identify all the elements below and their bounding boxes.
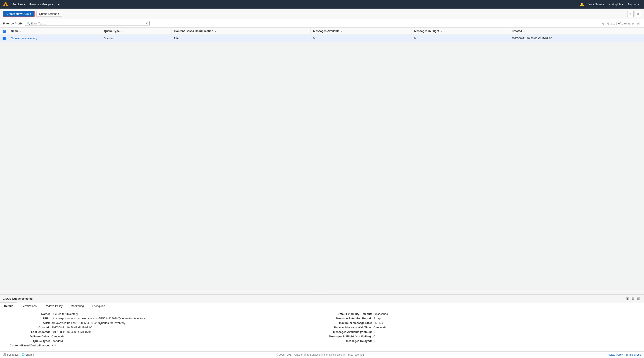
region-caret-icon: ▾: [622, 3, 623, 5]
col-created-label: Created: [512, 29, 522, 33]
detail-val: 0: [374, 330, 375, 334]
row-messages-available: 0: [310, 35, 412, 42]
privacy-policy-link[interactable]: Privacy Policy: [607, 353, 623, 356]
detail-row: Maximum Message Size: 256 KB: [326, 321, 640, 325]
detail-row: Queue Type: Standard: [4, 339, 318, 343]
main-content: Create New Queue Queue Actions ▾ ↺ ⚙ Fil…: [0, 8, 644, 351]
row-name: Queues-for-Inventory: [8, 35, 101, 42]
detail-key: Created:: [4, 326, 52, 329]
aws-logo: [2, 1, 8, 7]
detail-key: Receive Message Wait Time:: [326, 326, 374, 329]
language-selector[interactable]: 🌐 English: [22, 353, 34, 356]
username-caret-icon: ▾: [603, 3, 604, 5]
terms-of-use-link[interactable]: Terms of Use: [626, 353, 641, 356]
nav-resource-groups[interactable]: Resource Groups ▾: [27, 0, 56, 8]
tab-monitoring[interactable]: Monitoring: [67, 303, 88, 309]
detail-left: Name: Queues-for-Inventory URL: https://…: [4, 312, 318, 348]
detail-key: Last Updated:: [4, 330, 52, 334]
row-messages-flight: 0: [412, 35, 509, 42]
detail-val: 0: [374, 335, 375, 338]
globe-icon: 🌐: [22, 353, 25, 356]
detail-key: Message Retention Period:: [326, 317, 374, 320]
detail-val: 0 seconds: [374, 326, 386, 329]
col-header-created[interactable]: Created ▾: [509, 28, 644, 35]
settings-button[interactable]: ⚙: [634, 11, 641, 17]
detail-row: Name: Queues-for-Inventory: [4, 312, 318, 316]
name-sort-icon: ▾: [20, 30, 21, 32]
detail-right: Default Visibility Timeout: 30 seconds M…: [326, 312, 640, 348]
col-header-messages-available[interactable]: Messages Available ▾: [310, 28, 412, 35]
detail-val: 0 seconds: [52, 335, 64, 338]
row-content-dedup: N/A: [172, 35, 310, 42]
filter-label: Filter by Prefix:: [3, 22, 24, 25]
footer-right: Privacy Policy Terms of Use: [607, 353, 641, 356]
refresh-button[interactable]: ↺: [627, 11, 634, 17]
detail-row: Message Retention Period: 4 days: [326, 317, 640, 320]
search-input[interactable]: [31, 22, 145, 25]
col-queue-type-label: Queue Type: [104, 29, 120, 33]
detail-content: Name: Queues-for-Inventory URL: https://…: [0, 309, 644, 351]
detail-row: Default Visibility Timeout: 30 seconds: [326, 312, 640, 316]
detail-key: Maximum Message Size:: [326, 321, 374, 325]
feedback-button[interactable]: 💬 Feedback: [3, 353, 18, 356]
refresh-icon: ↺: [629, 12, 632, 16]
services-caret-icon: ▾: [24, 3, 25, 5]
queue-actions-button[interactable]: Queue Actions ▾: [36, 11, 62, 17]
bottom-panel: 1 SQS Queue selected ▣ ▤ ▥ DetailsPermis…: [0, 295, 644, 351]
table-wrapper: ✓ Name ▾ Queue Type ▾ Content-Based Dedu…: [0, 28, 644, 290]
nav-bookmark[interactable]: ★: [56, 0, 62, 8]
col-messages-available-label: Messages Available: [313, 29, 340, 33]
next-page-button[interactable]: ▶: [631, 21, 635, 25]
gear-icon: ⚙: [636, 12, 639, 16]
messages-available-sort-icon: ▾: [341, 30, 342, 32]
nav-services[interactable]: Services ▾: [10, 0, 27, 8]
col-header-queue-type[interactable]: Queue Type ▾: [101, 28, 172, 35]
first-page-button[interactable]: |◀: [600, 21, 605, 25]
detail-key: Messages Available (Visible):: [326, 330, 374, 334]
row-checkbox[interactable]: ✓: [2, 37, 6, 40]
table-header-row: ✓ Name ▾ Queue Type ▾ Content-Based Dedu…: [0, 28, 644, 35]
detail-val: 30 seconds: [374, 312, 388, 316]
tab-encryption[interactable]: Encryption: [88, 303, 109, 309]
toolbar: Create New Queue Queue Actions ▾ ↺ ⚙: [0, 8, 644, 19]
queue-name-link[interactable]: Queues-for-Inventory: [11, 37, 37, 40]
nav-region-button[interactable]: N. Virginia ▾: [606, 0, 626, 8]
nav-support-button[interactable]: Support ▾: [625, 0, 642, 8]
feedback-icon: 💬: [3, 353, 6, 356]
col-header-messages-in-flight[interactable]: Messages in Flight ▾: [412, 28, 509, 35]
row-checkbox-cell[interactable]: ✓: [0, 35, 8, 42]
notification-bell-icon[interactable]: 🔔: [578, 2, 586, 6]
row-queue-type: Standard: [101, 35, 172, 42]
detail-row: ARN: arn:aws:sqs:us-east-1:585534329928:…: [4, 321, 318, 325]
table-row: ✓ Queues-for-Inventory Standard N/A 0 0 …: [0, 35, 644, 42]
nav-right: 🔔 Your Name ▾ N. Virginia ▾ Support ▾: [578, 0, 642, 8]
clear-filter-icon[interactable]: ✕: [146, 22, 148, 25]
detail-val: Standard: [52, 339, 63, 343]
tab-redrive-policy[interactable]: Redrive Policy: [40, 303, 66, 309]
drag-dots-icon: • • •: [319, 291, 325, 294]
top-nav: Services ▾ Resource Groups ▾ ★ 🔔 Your Na…: [0, 0, 644, 8]
detail-row: Receive Message Wait Time: 0 seconds: [326, 326, 640, 329]
panel-icon-3[interactable]: ▥: [636, 296, 641, 301]
svg-rect-2: [5, 4, 6, 6]
create-new-queue-button[interactable]: Create New Queue: [3, 11, 34, 17]
last-page-button[interactable]: ▶|: [636, 21, 641, 25]
drag-handle[interactable]: • • •: [0, 290, 644, 295]
panel-icon-1[interactable]: ▣: [625, 296, 630, 301]
filter-bar: Filter by Prefix: 🔍 ✕ |◀ ◀ 1 to 1 of 1 i…: [0, 19, 644, 28]
support-caret-icon: ▾: [638, 3, 639, 5]
col-header-content-dedup[interactable]: Content-Based Deduplication ▾: [172, 28, 310, 35]
nav-username-button[interactable]: Your Name ▾: [586, 0, 606, 8]
detail-row: URL: https://sqs.us-east-1.amazonaws.com…: [4, 317, 318, 320]
row-created: 2017-08-11 16:56:03 GMT-07:00: [509, 35, 644, 42]
panel-icon-2[interactable]: ▤: [631, 296, 636, 301]
detail-row: Messages in Flight (Not Visible): 0: [326, 335, 640, 338]
detail-val: 2017-08-11 16:56:03 GMT-07:00: [52, 326, 92, 329]
tab-permissions[interactable]: Permissions: [18, 303, 41, 309]
tab-details[interactable]: Details: [0, 303, 18, 309]
prev-page-button[interactable]: ◀: [606, 21, 610, 25]
resource-groups-caret-icon: ▾: [52, 3, 53, 5]
col-header-name[interactable]: Name ▾: [8, 28, 101, 35]
select-all-checkbox[interactable]: ✓: [2, 30, 6, 33]
select-all-checkbox-header[interactable]: ✓: [0, 28, 8, 35]
